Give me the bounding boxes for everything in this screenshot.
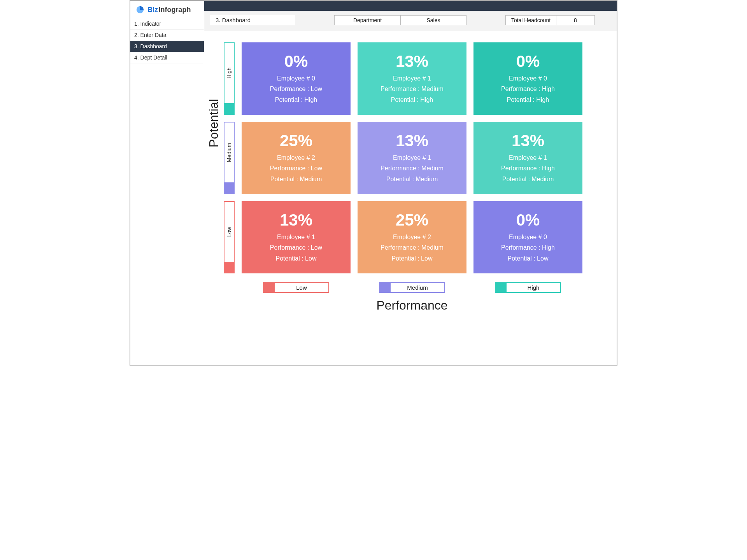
row-tag-medium-label: Medium <box>226 122 232 182</box>
top-bar <box>204 1 617 11</box>
dashboard-body: Potential High Medium Low <box>204 31 617 365</box>
cell-employee: Employee # 2 <box>277 152 315 163</box>
logo-text-biz: Biz <box>147 6 158 14</box>
x-axis-title: Performance <box>242 298 582 313</box>
department-label: Department <box>334 15 400 25</box>
header-row: 3. Dashboard Department Sales Total Head… <box>204 11 617 31</box>
row-tags: High Medium Low <box>224 42 235 273</box>
cell-performance: Performance : Low <box>270 84 322 94</box>
cell-potential: Potential : Medium <box>386 174 438 184</box>
cell-employee: Employee # 0 <box>509 73 547 84</box>
grid-cell-r1-c1[interactable]: 13%Employee # 1Performance : MediumPoten… <box>358 122 466 194</box>
cell-performance: Performance : High <box>501 163 555 173</box>
cell-performance: Performance : Medium <box>381 84 444 94</box>
cell-performance: Performance : Medium <box>381 242 444 253</box>
sidebar-item-dept-detail[interactable]: 4. Dept Detail <box>130 52 204 63</box>
logo: Biz Infograph <box>130 1 204 18</box>
cell-employee: Employee # 1 <box>393 73 431 84</box>
cell-potential: Potential : Medium <box>270 174 322 184</box>
cell-performance: Performance : Low <box>270 163 322 173</box>
cell-percent: 13% <box>396 131 428 150</box>
cell-potential: Potential : Low <box>508 253 549 264</box>
cell-performance: Performance : Low <box>270 242 322 253</box>
row-tag-low-label: Low <box>226 202 232 262</box>
cell-percent: 25% <box>396 211 428 229</box>
col-tag-high: High <box>473 282 582 293</box>
page-title: 3. Dashboard <box>210 15 295 25</box>
grid-cell-r1-c0[interactable]: 25%Employee # 2Performance : LowPotentia… <box>242 122 351 194</box>
logo-text-info: Infograph <box>158 6 191 14</box>
col-tag-low: Low <box>242 282 351 293</box>
grid-cell-r1-c2[interactable]: 13%Employee # 1Performance : HighPotenti… <box>473 122 582 194</box>
headcount-field: Total Headcount 8 <box>505 15 595 25</box>
pie-chart-icon <box>136 5 144 14</box>
cell-potential: Potential : Medium <box>502 174 554 184</box>
cell-performance: Performance : High <box>501 242 555 253</box>
cell-percent: 13% <box>280 211 312 229</box>
department-value[interactable]: Sales <box>400 15 466 25</box>
headcount-value: 8 <box>556 15 595 25</box>
cell-employee: Employee # 0 <box>277 73 315 84</box>
cells-grid: 0%Employee # 0Performance : LowPotential… <box>242 42 582 273</box>
cell-percent: 13% <box>396 52 428 71</box>
cell-employee: Employee # 0 <box>509 232 547 242</box>
row-tag-high-label: High <box>226 43 232 103</box>
sidebar-item-dashboard[interactable]: 3. Dashboard <box>130 41 204 52</box>
col-tag-medium: Medium <box>358 282 466 293</box>
cell-potential: Potential : Low <box>392 253 433 264</box>
cell-performance: Performance : Medium <box>381 163 444 173</box>
row-tag-high: High <box>224 42 235 115</box>
app-window: Biz Infograph 1. Indicator 2. Enter Data… <box>130 0 617 366</box>
cell-percent: 0% <box>516 211 540 229</box>
cell-percent: 0% <box>284 52 308 71</box>
sidebar: Biz Infograph 1. Indicator 2. Enter Data… <box>130 1 204 365</box>
grid-cell-r2-c1[interactable]: 25%Employee # 2Performance : MediumPoten… <box>358 201 466 273</box>
cell-employee: Employee # 1 <box>509 152 547 163</box>
col-tag-medium-label: Medium <box>391 283 444 292</box>
cell-percent: 25% <box>280 131 312 150</box>
nine-box-grid: High Medium Low 0%Employee # 0Performanc… <box>224 42 609 273</box>
cell-potential: Potential : Low <box>276 253 317 264</box>
grid-cell-r0-c2[interactable]: 0%Employee # 0Performance : HighPotentia… <box>473 42 582 115</box>
grid-cell-r0-c0[interactable]: 0%Employee # 0Performance : LowPotential… <box>242 42 351 115</box>
department-field: Department Sales <box>334 15 466 25</box>
cell-potential: Potential : High <box>391 94 433 105</box>
grid-cell-r2-c2[interactable]: 0%Employee # 0Performance : HighPotentia… <box>473 201 582 273</box>
cell-performance: Performance : High <box>501 84 555 94</box>
cell-employee: Employee # 2 <box>393 232 431 242</box>
sidebar-item-indicator[interactable]: 1. Indicator <box>130 18 204 30</box>
cell-employee: Employee # 1 <box>393 152 431 163</box>
cell-potential: Potential : High <box>275 94 317 105</box>
headcount-label: Total Headcount <box>505 15 556 25</box>
main-panel: 3. Dashboard Department Sales Total Head… <box>204 1 617 365</box>
col-tags: Low Medium High <box>242 282 609 293</box>
cell-percent: 0% <box>516 52 540 71</box>
row-tag-low: Low <box>224 201 235 273</box>
cell-employee: Employee # 1 <box>277 232 315 242</box>
col-tag-high-label: High <box>507 283 560 292</box>
col-tag-low-label: Low <box>275 283 328 292</box>
sidebar-item-enter-data[interactable]: 2. Enter Data <box>130 30 204 41</box>
row-tag-medium: Medium <box>224 122 235 194</box>
cell-percent: 13% <box>512 131 544 150</box>
grid-cell-r0-c1[interactable]: 13%Employee # 1Performance : MediumPoten… <box>358 42 466 115</box>
cell-potential: Potential : High <box>507 94 549 105</box>
grid-cell-r2-c0[interactable]: 13%Employee # 1Performance : LowPotentia… <box>242 201 351 273</box>
y-axis-title: Potential <box>207 99 221 147</box>
